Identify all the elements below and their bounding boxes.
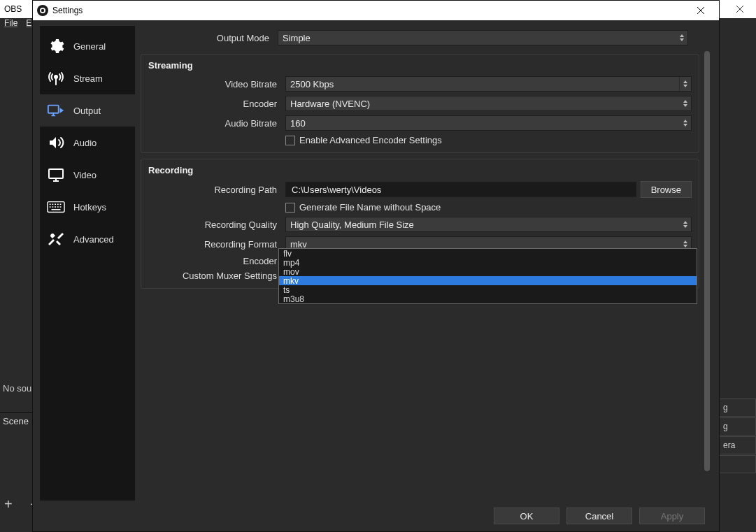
sidebar-item-label: General <box>73 41 106 52</box>
audio-bitrate-label: Audio Bitrate <box>148 118 281 129</box>
main-close-button[interactable] <box>724 0 756 18</box>
custom-muxer-label: Custom Muxer Settings <box>148 271 281 281</box>
app-icon <box>37 5 48 16</box>
main-menubar: File E <box>0 18 36 32</box>
output-mode-select[interactable]: Simple <box>278 30 688 45</box>
menu-edit[interactable]: E <box>26 18 31 32</box>
sidebar-item-video[interactable]: Video <box>40 159 135 191</box>
dialog-titlebar: Settings <box>33 1 719 20</box>
sidebar-item-output[interactable]: Output <box>40 94 135 127</box>
sidebar-item-label: Hotkeys <box>73 202 106 213</box>
scene-item[interactable]: Scene <box>3 416 29 426</box>
svg-rect-5 <box>48 106 59 113</box>
right-row[interactable]: g <box>718 398 756 417</box>
ok-button[interactable]: OK <box>494 508 559 524</box>
sidebar-item-label: Stream <box>73 73 103 84</box>
sidebar-item-label: Advanced <box>73 234 114 245</box>
audio-bitrate-select[interactable]: 160 <box>285 115 692 131</box>
browse-button[interactable]: Browse <box>641 181 692 198</box>
video-bitrate-label: Video Bitrate <box>148 79 281 89</box>
right-row[interactable] <box>718 455 756 473</box>
svg-rect-6 <box>49 169 63 178</box>
cancel-button[interactable]: Cancel <box>566 508 632 524</box>
settings-sidebar: General Stream Output Audio Video Hotkey… <box>40 26 135 501</box>
recording-path-value[interactable] <box>290 184 632 196</box>
dialog-close-button[interactable] <box>687 1 715 20</box>
apply-button[interactable]: Apply <box>639 508 705 524</box>
video-bitrate-value: 2500 Kbps <box>290 79 334 89</box>
scrollbar-thumb[interactable] <box>704 51 710 471</box>
output-icon <box>45 101 66 120</box>
dropdown-option-mov[interactable]: mov <box>279 267 697 276</box>
recording-path-label: Recording Path <box>148 185 281 195</box>
recording-quality-select[interactable]: High Quality, Medium File Size <box>285 217 692 232</box>
right-row[interactable]: g <box>718 417 756 436</box>
streaming-header: Streaming <box>148 60 692 71</box>
right-row[interactable]: era <box>718 436 756 454</box>
sidebar-item-hotkeys[interactable]: Hotkeys <box>40 191 135 223</box>
dropdown-option-ts[interactable]: ts <box>279 285 697 294</box>
recording-header: Recording <box>148 165 692 175</box>
tools-icon <box>45 230 66 248</box>
chevron-updown-icon <box>680 116 691 130</box>
sidebar-item-audio[interactable]: Audio <box>40 127 135 159</box>
settings-dialog: Settings General Stream Output Audio <box>32 0 720 532</box>
stream-encoder-value: Hardware (NVENC) <box>290 99 370 109</box>
gen-no-space-label: Generate File Name without Space <box>299 202 441 213</box>
svg-point-3 <box>41 9 44 12</box>
recording-encoder-label: Encoder <box>148 256 281 266</box>
dropdown-option-mkv[interactable]: mkv <box>279 276 697 285</box>
sidebar-item-label: Output <box>73 106 101 116</box>
right-button-strip: g g era <box>718 398 756 510</box>
keyboard-icon <box>45 198 66 216</box>
recording-path-input[interactable] <box>285 182 636 197</box>
spinner-icon[interactable] <box>679 77 691 91</box>
sidebar-item-stream[interactable]: Stream <box>40 62 135 94</box>
recording-format-dropdown[interactable]: flv mp4 mov mkv ts m3u8 <box>278 248 697 304</box>
sidebar-item-label: Video <box>73 170 97 180</box>
gear-icon <box>45 37 66 55</box>
speaker-icon <box>45 134 66 152</box>
chevron-updown-icon <box>680 96 691 110</box>
sidebar-item-general[interactable]: General <box>40 30 135 62</box>
broadcast-icon <box>45 69 66 87</box>
recording-section: Recording Recording Path Browse Generate… <box>141 159 699 289</box>
dropdown-option-flv[interactable]: flv <box>279 249 697 258</box>
dialog-title: Settings <box>52 6 83 15</box>
stream-encoder-select[interactable]: Hardware (NVENC) <box>285 96 692 111</box>
menu-file[interactable]: File <box>4 18 17 32</box>
chevron-updown-icon <box>676 31 687 45</box>
sidebar-item-label: Audio <box>73 138 97 148</box>
recording-format-label: Recording Format <box>148 239 281 250</box>
output-mode-label: Output Mode <box>141 33 273 43</box>
gen-no-space-checkbox[interactable] <box>285 203 295 213</box>
content-scrollbar[interactable] <box>704 51 711 498</box>
enable-advanced-checkbox[interactable] <box>285 136 295 145</box>
recording-quality-label: Recording Quality <box>148 220 281 230</box>
recording-quality-value: High Quality, Medium File Size <box>290 220 414 230</box>
dropdown-option-mp4[interactable]: mp4 <box>279 258 697 267</box>
monitor-icon <box>45 166 66 184</box>
enable-advanced-label: Enable Advanced Encoder Settings <box>299 135 442 145</box>
streaming-section: Streaming Video Bitrate 2500 Kbps Encode… <box>141 54 699 153</box>
dialog-footer: OK Cancel Apply <box>33 501 719 531</box>
main-title-text: OBS <box>4 4 22 14</box>
stream-encoder-label: Encoder <box>148 99 281 109</box>
sidebar-item-advanced[interactable]: Advanced <box>40 223 135 255</box>
settings-content: Output Mode Simple Streaming Video Bitra… <box>141 26 712 501</box>
dropdown-option-m3u8[interactable]: m3u8 <box>279 294 697 303</box>
chevron-updown-icon <box>680 217 691 231</box>
video-bitrate-input[interactable]: 2500 Kbps <box>285 76 692 92</box>
audio-bitrate-value: 160 <box>290 118 306 129</box>
output-mode-value: Simple <box>283 33 311 43</box>
